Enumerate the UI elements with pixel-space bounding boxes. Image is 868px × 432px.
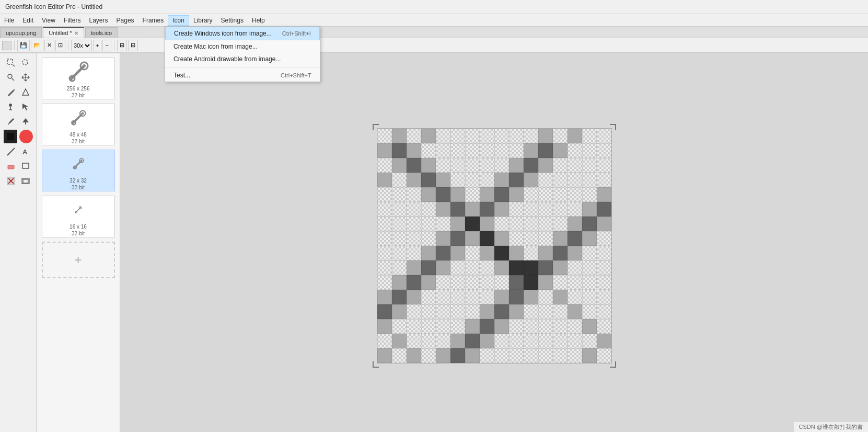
pixel-cell[interactable] xyxy=(597,334,611,348)
pixel-cell[interactable] xyxy=(524,158,538,173)
pixel-cell[interactable] xyxy=(392,217,407,231)
toolbar-grid-btn[interactable]: ⊞ xyxy=(117,40,127,51)
pixel-cell[interactable] xyxy=(568,187,582,202)
pixel-cell[interactable] xyxy=(568,290,582,304)
pixel-cell[interactable] xyxy=(538,260,553,275)
pixel-cell[interactable] xyxy=(450,231,465,246)
pixel-cell[interactable] xyxy=(480,173,494,187)
pixel-cell[interactable] xyxy=(538,173,553,187)
menu-icon[interactable]: Icon xyxy=(168,15,189,26)
pixel-cell[interactable] xyxy=(407,260,421,275)
pixel-cell[interactable] xyxy=(392,231,407,246)
pixel-cell[interactable] xyxy=(407,187,421,202)
tool-pencil[interactable] xyxy=(4,85,18,99)
pixel-cell[interactable] xyxy=(392,304,407,319)
pixel-cell[interactable] xyxy=(465,187,480,202)
pixel-cell[interactable] xyxy=(465,158,480,173)
pixel-cell[interactable] xyxy=(421,348,436,363)
pixel-cell[interactable] xyxy=(538,187,553,202)
tool-select-lasso[interactable] xyxy=(19,56,32,70)
corner-handle-bl[interactable] xyxy=(373,361,379,368)
pixel-cell[interactable] xyxy=(553,304,568,319)
pixel-cell[interactable] xyxy=(509,246,524,260)
pixel-cell[interactable] xyxy=(436,260,450,275)
tool-circle-color[interactable] xyxy=(19,130,33,143)
pixel-cell[interactable] xyxy=(509,275,524,290)
pixel-cell[interactable] xyxy=(524,173,538,187)
pixel-cell[interactable] xyxy=(494,290,509,304)
pixel-cell[interactable] xyxy=(524,187,538,202)
zoom-select[interactable]: 30x 20x 10x 5x xyxy=(71,40,92,51)
pixel-cell[interactable] xyxy=(553,275,568,290)
pixel-cell[interactable] xyxy=(465,173,480,187)
pixel-cell[interactable] xyxy=(582,202,597,217)
tool-erase-all[interactable] xyxy=(4,174,18,188)
pixel-cell[interactable] xyxy=(407,129,421,143)
tool-text[interactable]: A xyxy=(19,145,32,158)
corner-handle-br[interactable] xyxy=(610,361,616,368)
pixel-cell[interactable] xyxy=(582,290,597,304)
pixel-cell[interactable] xyxy=(509,217,524,231)
tab-untitled-close[interactable]: ✕ xyxy=(74,30,78,36)
pixel-cell[interactable] xyxy=(553,202,568,217)
pixel-cell[interactable] xyxy=(582,158,597,173)
pixel-cell[interactable] xyxy=(407,319,421,334)
toolbar-open-btn[interactable]: 📂 xyxy=(31,40,43,51)
pixel-cell[interactable] xyxy=(421,275,436,290)
menu-item-create-windows[interactable]: Create Windows icon from image... Ctrl+S… xyxy=(165,27,320,40)
pixel-cell[interactable] xyxy=(421,246,436,260)
pixel-cell[interactable] xyxy=(465,290,480,304)
pixel-cell[interactable] xyxy=(597,260,611,275)
pixel-cell[interactable] xyxy=(407,202,421,217)
pixel-cell[interactable] xyxy=(509,129,524,143)
tool-pin[interactable] xyxy=(4,100,18,113)
tool-line[interactable] xyxy=(4,145,18,158)
pixel-cell[interactable] xyxy=(524,348,538,363)
zoom-in-btn[interactable]: + xyxy=(93,40,101,51)
pixel-cell[interactable] xyxy=(421,304,436,319)
pixel-cell[interactable] xyxy=(392,334,407,348)
pixel-cell[interactable] xyxy=(407,158,421,173)
pixel-cell[interactable] xyxy=(494,246,509,260)
pixel-cell[interactable] xyxy=(450,290,465,304)
pixel-cell[interactable] xyxy=(465,260,480,275)
pixel-cell[interactable] xyxy=(392,129,407,143)
pixel-cell[interactable] xyxy=(465,319,480,334)
pixel-cell[interactable] xyxy=(582,348,597,363)
pixel-cell[interactable] xyxy=(436,202,450,217)
pixel-cell[interactable] xyxy=(553,246,568,260)
zoom-out-btn[interactable]: − xyxy=(102,40,111,51)
pixel-cell[interactable] xyxy=(568,348,582,363)
pixel-cell[interactable] xyxy=(450,129,465,143)
pixel-cell[interactable] xyxy=(421,187,436,202)
tool-eyedropper[interactable] xyxy=(4,115,18,128)
pixel-cell[interactable] xyxy=(436,143,450,158)
menu-library[interactable]: Library xyxy=(189,16,217,25)
pixel-cell[interactable] xyxy=(509,173,524,187)
pixel-cell[interactable] xyxy=(480,260,494,275)
pixel-cell[interactable] xyxy=(450,246,465,260)
pixel-cell[interactable] xyxy=(377,334,392,348)
pixel-cell[interactable] xyxy=(582,334,597,348)
pixel-cell[interactable] xyxy=(538,334,553,348)
pixel-cell[interactable] xyxy=(553,290,568,304)
pixel-cell[interactable] xyxy=(597,143,611,158)
pixel-cell[interactable] xyxy=(538,202,553,217)
pixel-cell[interactable] xyxy=(392,246,407,260)
menu-edit[interactable]: Edit xyxy=(18,16,38,25)
pixel-cell[interactable] xyxy=(465,129,480,143)
pixel-cell[interactable] xyxy=(582,275,597,290)
pixel-cell[interactable] xyxy=(421,290,436,304)
pixel-cell[interactable] xyxy=(377,260,392,275)
tool-eraser[interactable] xyxy=(4,160,18,173)
pixel-cell[interactable] xyxy=(597,246,611,260)
pixel-cell[interactable] xyxy=(568,202,582,217)
pixel-cell[interactable] xyxy=(553,260,568,275)
pixel-cell[interactable] xyxy=(597,231,611,246)
pixel-cell[interactable] xyxy=(582,129,597,143)
pixel-cell[interactable] xyxy=(421,202,436,217)
pixel-cell[interactable] xyxy=(568,129,582,143)
icon-item-16[interactable]: 16 x 16 32-bit xyxy=(42,196,115,237)
canvas-area[interactable] xyxy=(120,53,868,432)
pixel-cell[interactable] xyxy=(421,173,436,187)
